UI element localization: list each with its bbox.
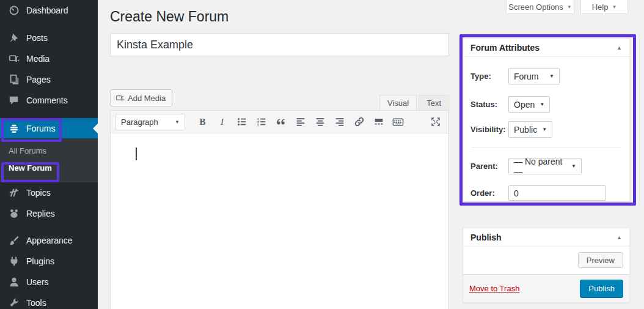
- type-label: Type:: [470, 72, 508, 81]
- text-cursor: [136, 147, 137, 160]
- chevron-down-icon: ▼: [612, 4, 617, 10]
- editor-mode-tabs: Visual Text: [378, 95, 449, 110]
- submenu-item-new-forum[interactable]: New Forum: [0, 160, 98, 177]
- align-left-icon: [295, 116, 306, 127]
- paragraph-format-select[interactable]: Paragraph ▼: [115, 114, 185, 130]
- parent-label: Parent:: [470, 162, 508, 171]
- sidebar-item-tools[interactable]: Tools: [0, 292, 98, 309]
- bold-button[interactable]: B: [194, 114, 211, 130]
- pin-icon: [8, 32, 20, 44]
- tab-visual[interactable]: Visual: [379, 95, 417, 110]
- plugin-icon: [8, 255, 20, 267]
- forum-attributes-panel: Forum Attributes ▲ Type: Forum ▼ Status:…: [463, 38, 630, 202]
- content-editor: Add Media Visual Text Paragraph ▼ B I: [110, 86, 449, 309]
- bulleted-list-button[interactable]: [233, 114, 250, 130]
- publish-title: Publish: [470, 233, 502, 242]
- forum-attributes-title: Forum Attributes: [470, 43, 540, 53]
- sidebar-item-forums[interactable]: Forums: [0, 118, 98, 138]
- publish-button[interactable]: Publish: [580, 280, 623, 298]
- add-media-button[interactable]: Add Media: [110, 89, 172, 106]
- chevron-down-icon: ▼: [175, 119, 180, 125]
- type-select[interactable]: Forum ▼: [508, 68, 560, 84]
- pages-icon: [8, 73, 20, 86]
- sidebar-item-label: Appearance: [26, 236, 73, 245]
- blockquote-icon: [276, 116, 287, 127]
- sidebar-item-label: Posts: [26, 33, 48, 43]
- read-more-icon: [373, 116, 384, 127]
- align-center-button[interactable]: [312, 114, 328, 130]
- help-button[interactable]: Help ▼: [580, 0, 628, 14]
- visibility-select[interactable]: Public ▼: [508, 121, 552, 138]
- add-media-label: Add Media: [128, 94, 166, 103]
- parent-select[interactable]: — No parent — ▼: [508, 158, 582, 174]
- help-label: Help: [592, 2, 609, 12]
- link-icon: [354, 116, 365, 127]
- sidebar-item-users[interactable]: Users: [0, 272, 98, 292]
- keyboard-icon: [392, 116, 404, 128]
- sidebar-item-pages[interactable]: Pages: [0, 69, 98, 90]
- sidebar-item-media[interactable]: Media: [0, 48, 98, 69]
- sidebar-item-label: Topics: [26, 188, 51, 198]
- toolbar-toggle-button[interactable]: [390, 114, 406, 130]
- publish-header[interactable]: Publish ▲: [463, 228, 629, 247]
- active-menu-arrow: [93, 124, 98, 133]
- chevron-down-icon: ▼: [567, 4, 572, 10]
- type-value: Forum: [514, 72, 538, 81]
- media-icon: [115, 94, 125, 103]
- sidebar-item-dashboard[interactable]: Dashboard: [0, 0, 98, 21]
- align-right-button[interactable]: [331, 114, 348, 130]
- comment-icon: [8, 94, 20, 106]
- sidebar-item-label: Comments: [26, 95, 68, 105]
- bulleted-list-icon: [236, 116, 247, 127]
- numbered-list-button[interactable]: [253, 114, 269, 130]
- submenu-item-all-forums[interactable]: All Forums: [0, 143, 98, 160]
- visibility-label: Visibility:: [470, 125, 508, 134]
- wrench-icon: [8, 297, 20, 309]
- sidebar-item-label: Tools: [26, 298, 46, 308]
- preview-button[interactable]: Preview: [578, 252, 623, 268]
- paragraph-format-value: Paragraph: [121, 117, 158, 127]
- blockquote-button[interactable]: [273, 114, 289, 130]
- sidebar-item-label: Media: [26, 54, 49, 64]
- status-value: Open: [514, 100, 535, 110]
- align-center-icon: [315, 116, 326, 127]
- brush-icon: [8, 234, 20, 247]
- sidebar-item-replies[interactable]: Replies: [0, 203, 98, 224]
- move-to-trash-link[interactable]: Move to Trash: [469, 284, 519, 293]
- sidebar-item-appearance[interactable]: Appearance: [0, 230, 98, 251]
- collapse-toggle-icon[interactable]: ▲: [617, 45, 622, 51]
- sidebar-item-label: Users: [26, 277, 49, 287]
- chevron-down-icon: ▼: [537, 127, 547, 132]
- status-label: Status:: [470, 100, 508, 109]
- sidebar-item-label: Dashboard: [26, 6, 68, 15]
- editor-content-area[interactable]: [111, 133, 448, 309]
- insert-link-button[interactable]: [351, 114, 367, 130]
- sidebar-item-comments[interactable]: Comments: [0, 90, 98, 111]
- sidebar-item-topics[interactable]: Topics: [0, 182, 98, 203]
- sidebar-item-plugins[interactable]: Plugins: [0, 251, 98, 272]
- screen-options-button[interactable]: Screen Options ▼: [506, 0, 574, 14]
- user-icon: [8, 276, 20, 288]
- bee-icon: [8, 207, 20, 220]
- align-right-icon: [334, 116, 345, 127]
- collapse-toggle-icon[interactable]: ▲: [617, 234, 622, 240]
- status-select[interactable]: Open ▼: [508, 96, 550, 113]
- expand-icon: [430, 116, 441, 127]
- sidebar-item-label: Plugins: [26, 256, 54, 266]
- tab-text[interactable]: Text: [419, 95, 449, 110]
- forum-title-input[interactable]: [110, 33, 449, 56]
- forums-submenu: All Forums New Forum: [0, 138, 98, 182]
- forum-attributes-header[interactable]: Forum Attributes ▲: [463, 39, 629, 57]
- read-more-tag-button[interactable]: [370, 114, 387, 130]
- parent-value: — No parent —: [514, 157, 566, 176]
- editor-tools: Add Media Visual Text: [110, 86, 449, 110]
- distraction-free-button[interactable]: [427, 114, 444, 130]
- publish-panel: Publish ▲ Preview Move to Trash Publish: [463, 228, 630, 303]
- publish-footer: Move to Trash Publish: [463, 274, 629, 302]
- italic-button[interactable]: I: [214, 114, 230, 130]
- chevron-down-icon: ▼: [544, 73, 554, 79]
- order-input[interactable]: [508, 185, 606, 201]
- screen-options-label: Screen Options: [508, 2, 563, 12]
- align-left-button[interactable]: [292, 114, 309, 130]
- sidebar-item-posts[interactable]: Posts: [0, 28, 98, 48]
